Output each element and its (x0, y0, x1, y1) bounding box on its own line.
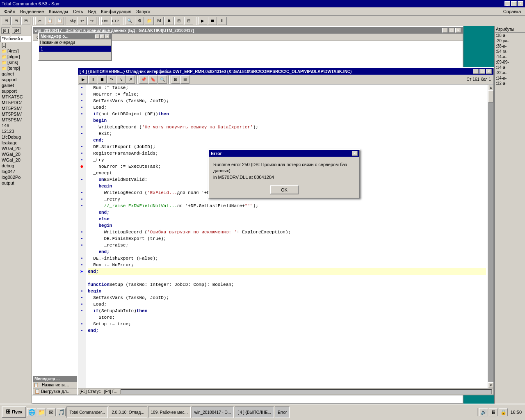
file-item-debug[interactable]: debug (0, 163, 32, 169)
error-close-btn[interactable]: × (352, 151, 358, 156)
dbg-step-over[interactable]: ↷ (107, 75, 116, 84)
tb-btn-4[interactable]: ✂ (35, 17, 44, 25)
tb-btn-3[interactable]: 🖹 (21, 17, 30, 25)
tb-btn-15[interactable]: ⊟ (184, 17, 193, 25)
file-item-temp[interactable]: 📁[temp] (0, 65, 32, 71)
menu-help[interactable]: Справка (501, 8, 523, 15)
file-item-1fcdebug[interactable]: 1fcDebug (0, 134, 32, 140)
menu-network[interactable]: Сеть (71, 8, 85, 15)
tb-btn-10[interactable]: ⚙ (135, 17, 144, 25)
close-btn[interactable]: × (518, 1, 523, 6)
menu-file[interactable]: Файл (2, 8, 18, 15)
tb-btn-1[interactable]: 🖹 (2, 17, 11, 25)
dbg-btn2[interactable]: 🔖 (148, 75, 158, 84)
dbg-stop[interactable]: ⏹ (98, 75, 107, 84)
scroll-thumb[interactable] (488, 90, 493, 103)
file-item-log047[interactable]: log047 (0, 169, 32, 174)
left-drive-selector[interactable]: [d-] (1, 27, 10, 34)
dbg-close[interactable]: × (486, 69, 492, 74)
gutter-13-breakpoint[interactable]: ● (78, 163, 86, 170)
taskbar-debug1[interactable]: 2.0.3.10: Отлад... (109, 406, 147, 418)
file-item-algor[interactable]: 📁[algor] (0, 54, 32, 59)
taskbar-folder-icon[interactable]: 📁 (37, 408, 46, 416)
tb-btn-14[interactable]: ⊞ (174, 17, 183, 25)
maximize-btn[interactable]: □ (511, 1, 517, 6)
export-close[interactable]: × (455, 28, 461, 33)
tb-btn-ftp[interactable]: FTP (111, 17, 120, 25)
menu-view[interactable]: Вид (85, 8, 98, 15)
file-item-parent[interactable]: [..] (0, 43, 32, 48)
taskbar-rme[interactable]: 109. Рабочее мес... (148, 406, 191, 418)
dbg-btn4[interactable]: ⊞ (171, 75, 180, 84)
dbg-run[interactable]: ▶ (79, 75, 88, 84)
file-item-wgal3[interactable]: WGal_20 (0, 157, 32, 163)
dbg-scrollbar-h[interactable] (121, 389, 492, 394)
tb-btn-17[interactable]: ⏹ (208, 17, 217, 25)
scroll-track[interactable] (488, 90, 493, 382)
taskbar-tc[interactable]: Total Commander... (66, 406, 108, 418)
file-item-support2[interactable]: support (0, 88, 32, 94)
file-item-mt5psm3[interactable]: MT5PSM/ (0, 117, 32, 123)
tb-btn-16[interactable]: ▶ (198, 17, 207, 25)
file-item-galnet1[interactable]: galnet (0, 71, 32, 77)
menu-launch[interactable]: Запуск (134, 8, 153, 15)
taskbar-media-icon[interactable]: 🎵 (57, 408, 66, 416)
file-item-galnet2[interactable]: galnet (0, 82, 32, 88)
file-item-output[interactable]: output (0, 180, 32, 186)
start-button[interactable]: ⊞ Пуск (2, 406, 26, 418)
tb-btn-url[interactable]: URL (101, 17, 110, 25)
error-ok-button[interactable]: OK (270, 185, 299, 194)
tb-btn-8[interactable]: ↪ (87, 17, 96, 25)
menu-config[interactable]: Конфигурация (98, 8, 134, 15)
dbg-step-into[interactable]: ↘ (116, 75, 126, 84)
file-item-wgal1[interactable]: WGal_20 (0, 146, 32, 151)
dbg-min[interactable]: _ (473, 69, 479, 74)
file-item-wgal2[interactable]: WGal_20 (0, 151, 32, 157)
tb-btn-11[interactable]: 📁 (145, 17, 154, 25)
scroll-up[interactable]: ▲ (488, 84, 493, 90)
tb-btn-2[interactable]: 🖹 (11, 17, 21, 25)
tb-btn-9[interactable]: 🔍 (125, 17, 134, 25)
tb-btn-6[interactable]: 📋 (55, 17, 64, 25)
scroll-down[interactable]: ▼ (488, 382, 493, 388)
dbg-pause[interactable]: ⏸ (88, 75, 97, 84)
export-maximize[interactable]: □ (449, 28, 454, 33)
file-item-mt5psm1[interactable]: MT5PSM/ (0, 105, 32, 111)
file-item-12123[interactable]: 12123 (0, 128, 32, 134)
file-item-support1[interactable]: support (0, 77, 32, 82)
tb-btn-13[interactable]: ✖ (164, 17, 173, 25)
menu-select[interactable]: Выделение (18, 8, 46, 15)
mgr1-close[interactable]: × (105, 34, 110, 39)
minimize-btn[interactable]: _ (504, 1, 510, 6)
dbg-btn3[interactable]: 🔍 (158, 75, 167, 84)
dbg-btn5[interactable]: ⊟ (180, 75, 189, 84)
file-item-146[interactable]: 146 (0, 123, 32, 128)
taskbar-email-icon[interactable]: ✉ (47, 408, 56, 416)
tb-btn-5[interactable]: 📋 (45, 17, 54, 25)
file-item-leakage[interactable]: leakage (0, 140, 32, 146)
file-item-sms[interactable]: 📁[sms] (0, 59, 32, 65)
dbg-status-f3[interactable]: [F3] Статус (80, 389, 101, 394)
file-item-mt5pdo[interactable]: MT5PDO/ (0, 100, 32, 105)
file-item-mt5psm2[interactable]: MT5PSM/ (0, 111, 32, 117)
dbg-step-out[interactable]: ↗ (126, 75, 135, 84)
file-item-log082[interactable]: log082Po (0, 174, 32, 180)
dbg-btn1[interactable]: 📌 (139, 75, 148, 84)
tb-btn-12[interactable]: 🖫 (155, 17, 164, 25)
file-item-mtkatsc[interactable]: MTKATSC (0, 94, 32, 100)
tray-icon-1[interactable]: 🔊 (479, 408, 488, 416)
left-drive-selector2[interactable]: [d4 (12, 27, 21, 34)
dbg-max[interactable]: □ (479, 69, 485, 74)
mgr1-min[interactable]: _ (95, 34, 100, 39)
tb-btn-7[interactable]: ↩ (78, 17, 87, 25)
manager-1-row-1[interactable]: 1 (39, 46, 111, 52)
taskbar-error[interactable]: Error (275, 406, 290, 418)
export-minimize[interactable]: _ (442, 28, 448, 33)
taskbar-export[interactable]: win_20100417 - Э... (192, 406, 234, 418)
tb-btn-18[interactable]: ⏸ (218, 17, 227, 25)
tray-icon-3[interactable]: 🔒 (499, 408, 508, 416)
mgr1-max[interactable]: □ (100, 34, 105, 39)
tray-icon-2[interactable]: 🖥 (489, 408, 498, 416)
taskbar-vypolnenie[interactable]: [ 4 ] {ВЫПОЛНЕ... (235, 406, 274, 418)
file-item-4res[interactable]: 📁[4res] (0, 48, 32, 54)
